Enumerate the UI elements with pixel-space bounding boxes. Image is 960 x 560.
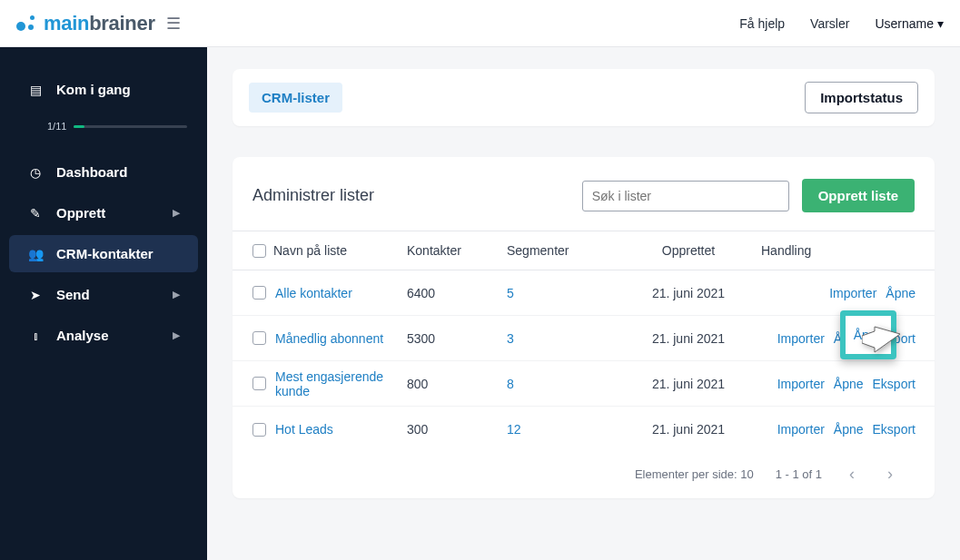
- svg-marker-0: [862, 327, 900, 352]
- import-link[interactable]: Importer: [777, 377, 825, 391]
- sidebar-item-label: Opprett: [56, 205, 160, 221]
- help-link[interactable]: Få hjelp: [739, 16, 785, 31]
- row-checkbox[interactable]: [252, 423, 266, 437]
- users-icon: 👥: [27, 247, 44, 261]
- export-link[interactable]: Eksport: [873, 422, 915, 437]
- menu-toggle-icon[interactable]: ☰: [166, 14, 181, 34]
- gauge-icon: ◷: [27, 165, 44, 180]
- sidebar-item-label: Analyse: [56, 328, 160, 343]
- importstatus-button[interactable]: Importstatus: [805, 82, 918, 113]
- list-name-link[interactable]: Mest engasjerende kunde: [275, 369, 407, 398]
- col-name: Navn på liste: [273, 243, 347, 258]
- getstarted-progress: 1/11: [0, 121, 207, 132]
- list-name-link[interactable]: Månedlig abonnent: [275, 331, 383, 346]
- created-value: 21. juni 2021: [616, 422, 761, 437]
- chart-icon: ⫾: [27, 329, 44, 343]
- created-value: 21. juni 2021: [616, 377, 761, 391]
- created-value: 21. juni 2021: [616, 331, 761, 346]
- plane-icon: ➤: [27, 288, 44, 302]
- sidebar-item-label: Send: [56, 287, 160, 302]
- import-link[interactable]: Importer: [777, 331, 825, 346]
- pager-range: 1 - 1 of 1: [776, 467, 822, 481]
- chevron-right-icon: ▶: [173, 329, 180, 341]
- contacts-value: 5300: [407, 331, 507, 346]
- pager-next-button[interactable]: ›: [882, 465, 898, 484]
- page-title: Administrer lister: [252, 186, 582, 205]
- chevron-right-icon: ▶: [173, 289, 180, 300]
- sidebar-item-analyse[interactable]: ⫾Analyse▶: [9, 317, 198, 354]
- caret-down-icon: ▾: [937, 16, 944, 31]
- tutorial-arrow-icon: [862, 325, 900, 357]
- created-value: 21. juni 2021: [616, 286, 761, 300]
- sidebar-item-opprett[interactable]: ✎Opprett▶: [9, 194, 198, 231]
- search-input[interactable]: [582, 181, 789, 211]
- col-segments: Segmenter: [507, 243, 569, 258]
- sidebar-item-label: Dashboard: [56, 164, 180, 180]
- logo-text-main: main: [44, 12, 89, 34]
- alerts-link[interactable]: Varsler: [810, 16, 849, 31]
- progress-count: 1/11: [47, 121, 66, 132]
- progress-bar: [74, 125, 187, 128]
- brand-logo: mainbrainer: [16, 12, 155, 35]
- segments-link[interactable]: 3: [507, 331, 514, 346]
- checklist-icon: ▤: [27, 83, 44, 97]
- create-list-button[interactable]: Opprett liste: [802, 179, 915, 212]
- table-row: Månedlig abonnent5300321. juni 2021Impor…: [233, 316, 935, 361]
- col-actions: Handling: [761, 243, 811, 258]
- row-checkbox[interactable]: [252, 331, 266, 345]
- tutorial-highlight: Åpne: [840, 310, 896, 359]
- table-row: Alle kontakter6400521. juni 2021Importer…: [233, 270, 935, 316]
- import-link[interactable]: Importer: [777, 422, 825, 437]
- sidebar-item-getstarted[interactable]: ▤ Kom i gang: [9, 71, 198, 108]
- sidebar-item-label: Kom i gang: [56, 82, 180, 97]
- sidebar-item-label: CRM-kontakter: [56, 246, 180, 261]
- export-link[interactable]: Eksport: [873, 377, 915, 391]
- sidebar-item-crmkontakter[interactable]: 👥CRM-kontakter: [9, 235, 198, 272]
- username-label: Username: [875, 16, 934, 31]
- sidebar-item-dashboard[interactable]: ◷Dashboard: [9, 153, 198, 191]
- tab-crm-lists[interactable]: CRM-lister: [249, 83, 342, 113]
- open-link[interactable]: Åpne: [834, 422, 864, 437]
- contacts-value: 6400: [407, 286, 507, 300]
- import-link[interactable]: Importer: [829, 286, 876, 300]
- pager-prev-button[interactable]: ‹: [844, 465, 860, 484]
- col-created: Opprettet: [662, 243, 715, 258]
- chevron-right-icon: ▶: [173, 207, 180, 219]
- user-menu[interactable]: Username ▾: [875, 16, 944, 31]
- table-row: Hot Leads3001221. juni 2021ImporterÅpneE…: [233, 407, 935, 452]
- list-name-link[interactable]: Alle kontakter: [275, 286, 352, 300]
- pager-per-side: Elementer per side: 10: [635, 467, 754, 481]
- logo-text-brainer: brainer: [89, 12, 154, 34]
- open-link[interactable]: Åpne: [886, 286, 915, 300]
- col-contacts: Kontakter: [407, 243, 461, 258]
- row-checkbox[interactable]: [252, 377, 266, 390]
- contacts-value: 800: [407, 377, 507, 391]
- logo-icon: [16, 13, 38, 34]
- table-row: Mest engasjerende kunde800821. juni 2021…: [233, 361, 935, 407]
- sidebar: ▤ Kom i gang 1/11 ◷Dashboard✎Opprett▶👥CR…: [0, 47, 207, 560]
- segments-link[interactable]: 8: [507, 377, 514, 391]
- segments-link[interactable]: 5: [507, 286, 514, 300]
- contacts-value: 300: [407, 422, 507, 437]
- segments-link[interactable]: 12: [507, 422, 521, 437]
- sidebar-item-send[interactable]: ➤Send▶: [9, 276, 198, 313]
- open-link[interactable]: Åpne: [834, 377, 864, 391]
- pencil-icon: ✎: [27, 206, 44, 221]
- row-checkbox[interactable]: [252, 286, 266, 300]
- list-name-link[interactable]: Hot Leads: [275, 422, 333, 437]
- select-all-checkbox[interactable]: [252, 244, 266, 258]
